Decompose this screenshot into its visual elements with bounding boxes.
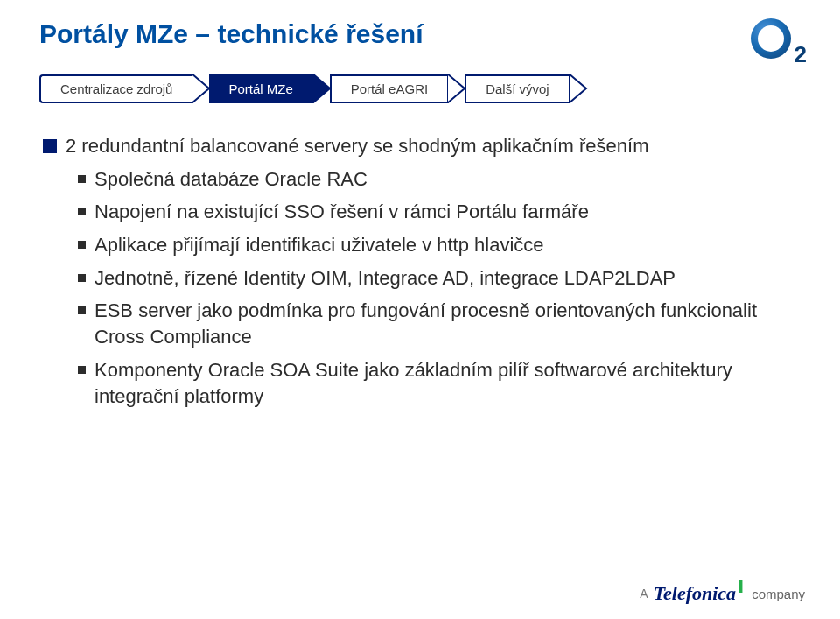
svg-marker-0 [192, 74, 209, 103]
crumb-label: Další vývoj [465, 74, 569, 103]
bullet-level2: Komponenty Oracle SOA Suite jako základn… [78, 357, 797, 409]
bullet-text: Komponenty Oracle SOA Suite jako základn… [94, 357, 797, 409]
bullet-text: Jednotně, řízené Identity OIM, Integrace… [94, 265, 676, 292]
svg-marker-3 [569, 74, 586, 103]
bullet-level2: Jednotně, řízené Identity OIM, Integrace… [78, 265, 797, 292]
crumb-portal-mze: Portál MZe [209, 74, 331, 103]
o2-logo: 2 [751, 11, 805, 65]
bullet-text: 2 redundantní balancované servery se sho… [66, 133, 648, 159]
telefonica-logo: Telefonica [654, 582, 737, 605]
footer-prefix: A [640, 587, 648, 601]
svg-marker-2 [447, 74, 465, 103]
crumb-portal-eagri: Portál eAGRI [330, 74, 466, 103]
bullet-level1: 2 redundantní balancované servery se sho… [43, 133, 797, 159]
bullet-text: Napojení na existující SSO řešení v rámc… [94, 199, 589, 225]
breadcrumb: Centralizace zdrojů Portál MZe Portál eA… [39, 74, 801, 103]
chevron-right-icon [447, 74, 466, 103]
bullet-text: Společná databáze Oracle RAC [94, 166, 368, 193]
chevron-right-icon [192, 74, 211, 103]
bullet-text: Aplikace přijímají identifikaci uživatel… [94, 232, 544, 258]
bullet-level2: Aplikace přijímají identifikaci uživatel… [78, 232, 797, 258]
bullet-level2: ESB server jako podmínka pro fungování p… [78, 298, 797, 349]
content: 2 redundantní balancované servery se sho… [39, 133, 801, 409]
svg-marker-1 [312, 74, 330, 103]
crumb-centralizace: Centralizace zdrojů [39, 74, 211, 103]
page-title: Portály MZe – technické řešení [39, 19, 801, 49]
chevron-right-icon [312, 74, 332, 103]
crumb-dalsi-vyvoj: Další vývoj [465, 74, 588, 103]
crumb-label: Portál MZe [209, 74, 312, 103]
bullet-level2: Společná databáze Oracle RAC [78, 166, 797, 193]
bullet-level2: Napojení na existující SSO řešení v rámc… [78, 199, 797, 225]
chevron-right-icon [569, 74, 588, 103]
crumb-label: Portál eAGRI [330, 74, 447, 103]
o2-subscript: 2 [794, 43, 807, 66]
footer-brand: A Telefonica ▍ company [640, 582, 805, 605]
o2-ring-icon [751, 18, 791, 59]
footer-suffix: company [752, 587, 805, 601]
slide: 2 Portály MZe – technické řešení Central… [0, 0, 840, 619]
bullet-text: ESB server jako podmínka pro fungování p… [94, 298, 797, 349]
crumb-label: Centralizace zdrojů [39, 74, 192, 103]
